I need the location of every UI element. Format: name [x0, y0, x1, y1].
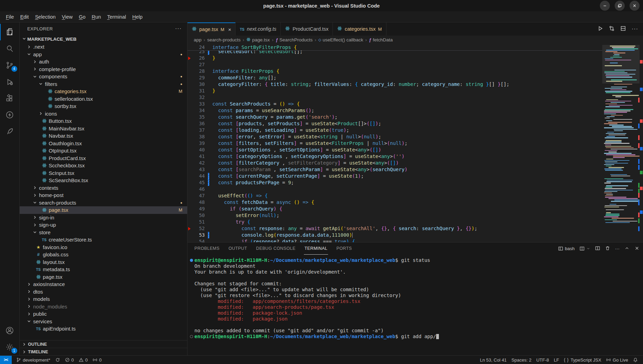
status-eol[interactable]: LF	[551, 357, 562, 363]
close-panel-icon[interactable]	[634, 246, 640, 252]
status-cursor-position[interactable]: Ln 53, Col 41	[478, 357, 509, 363]
section-outline[interactable]: OUTLINE	[20, 340, 187, 348]
tree-file-Button.tsx[interactable]: Button.tsx	[20, 117, 187, 125]
panel-tab-debug-console[interactable]: DEBUG CONSOLE	[255, 243, 296, 255]
tab-page.tsx[interactable]: page.tsxM×	[188, 22, 236, 36]
tree-file-metadata.ts[interactable]: TSmetadata.ts	[20, 266, 187, 273]
status-warnings[interactable]: 0	[76, 356, 90, 364]
status-encoding[interactable]: UTF-8	[534, 357, 551, 363]
explorer-icon[interactable]	[0, 24, 20, 40]
tab-next.config.ts[interactable]: TSnext.config.ts	[236, 22, 281, 36]
tree-folder-dtos[interactable]: dtos	[20, 288, 187, 296]
run-debug-icon[interactable]	[0, 73, 20, 90]
menu-item-run[interactable]: Run	[89, 13, 104, 21]
status-go-live[interactable]: Go Live	[604, 357, 631, 363]
tree-file-globals.css[interactable]: #globals.css	[20, 251, 187, 258]
breadcrumb-item-2[interactable]: search-products	[207, 37, 241, 42]
remote-indicator[interactable]: ><	[0, 356, 12, 364]
explorer-more-icon[interactable]: ···	[175, 26, 182, 32]
account-icon[interactable]	[0, 322, 20, 339]
tree-folder-auth[interactable]: auth	[20, 58, 187, 66]
terminal[interactable]: enspirit@enspirit-H110M-H:~/Documents/ma…	[188, 255, 643, 355]
quill-icon[interactable]	[0, 123, 20, 140]
tree-folder-app[interactable]: app●	[20, 51, 187, 58]
thunder-client-icon[interactable]	[0, 107, 20, 123]
breadcrumb-item-1[interactable]: app	[194, 37, 202, 42]
tree-file-ScInput.tsx[interactable]: ScInput.tsx	[20, 169, 187, 177]
tree-folder-icons[interactable]: icons	[20, 110, 187, 118]
breadcrumb-item-5[interactable]: ◇useEffect() callback	[318, 37, 363, 42]
tree-folder-sign-in[interactable]: sign-in	[20, 214, 187, 222]
status-sync[interactable]	[53, 356, 63, 364]
menu-item-view[interactable]: View	[59, 13, 76, 21]
tree-file-favicon.ico[interactable]: ★favicon.ico	[20, 244, 187, 251]
terminal-shell-chip[interactable]: bash	[558, 246, 575, 251]
tree-file-ProductCard.tsx[interactable]: ProductCard.tsx	[20, 155, 187, 162]
tree-folder-services[interactable]: services	[20, 318, 187, 325]
panel-tab-output[interactable]: OUTPUT	[228, 243, 248, 255]
tree-file-layout.tsx[interactable]: layout.tsx	[20, 258, 187, 266]
status-notifications[interactable]	[631, 357, 640, 362]
workspace-section-header[interactable]: MARKETPLACE_WEB	[20, 35, 187, 43]
tree-folder-sign-up[interactable]: sign-up	[20, 221, 187, 229]
extensions-icon[interactable]	[0, 90, 20, 107]
more-actions-icon[interactable]: ···	[632, 26, 638, 32]
minimize-icon[interactable]	[600, 1, 610, 11]
tree-file-apiEndpoint.ts[interactable]: TSapiEndpoint.ts	[20, 325, 187, 333]
settings-icon[interactable]: 1	[0, 339, 20, 355]
status-errors[interactable]: 0	[63, 356, 76, 364]
tree-folder-search-products[interactable]: search-products●	[20, 199, 187, 207]
status-ports[interactable]: 0	[90, 356, 104, 364]
status-indentation[interactable]: Spaces: 2	[509, 357, 534, 363]
tree-folder-.next[interactable]: .next	[20, 43, 187, 51]
overview-ruler[interactable]	[640, 44, 643, 242]
tree-file-sortby.tsx[interactable]: sortby.tsx	[20, 102, 187, 110]
kill-terminal-icon[interactable]	[605, 246, 610, 252]
tab-categories.tsx[interactable]: categories.tsxM	[333, 22, 386, 36]
breadcrumb-item-6[interactable]: ƒfetchData	[369, 37, 393, 42]
tree-folder-filters[interactable]: filters●	[20, 80, 187, 88]
tree-folder-public[interactable]: public	[20, 310, 187, 318]
tree-file-MainNavbar.tsx[interactable]: MainNavbar.tsx	[20, 125, 187, 132]
tree-file-Oauthlogin.tsx[interactable]: Oauthlogin.tsx	[20, 140, 187, 147]
menu-item-help[interactable]: Help	[129, 13, 146, 21]
breadcrumb-item-3[interactable]: page.tsx	[246, 37, 270, 43]
run-icon[interactable]	[597, 26, 603, 33]
code-area[interactable]: 24interface SortByFilterProps {25 select…	[188, 44, 602, 242]
command-decoration-icon[interactable]	[190, 259, 193, 262]
launch-profile-icon[interactable]	[579, 246, 590, 251]
panel-more-icon[interactable]: ···	[615, 246, 620, 251]
breadcrumb-item-4[interactable]: ƒSearchProducts	[276, 37, 313, 42]
tree-folder-contexts[interactable]: contexts	[20, 184, 187, 192]
menu-item-go[interactable]: Go	[76, 13, 88, 21]
tree-folder-models[interactable]: models	[20, 295, 187, 303]
tree-folder-axiosInstance[interactable]: axiosInstance	[20, 281, 187, 288]
close-icon[interactable]	[630, 1, 640, 11]
menu-item-file[interactable]: File	[3, 13, 17, 21]
tree-folder-node_modules[interactable]: node_modules	[20, 303, 187, 311]
tree-file-OtpInput.tsx[interactable]: OtpInput.tsx	[20, 147, 187, 155]
tree-folder-store[interactable]: store	[20, 229, 187, 236]
menu-item-edit[interactable]: Edit	[17, 13, 32, 21]
git-compare-icon[interactable]	[609, 26, 615, 33]
command-decoration-icon[interactable]	[190, 335, 193, 338]
tab-ProductCard.tsx[interactable]: ProductCard.tsx	[281, 22, 333, 36]
tree-folder-home-post[interactable]: home-post	[20, 191, 187, 199]
tree-file-sellerlocation.tsx[interactable]: sellerlocation.tsx	[20, 95, 187, 103]
tree-folder-complete-profile[interactable]: complete-profile	[20, 66, 187, 73]
panel-tab-terminal[interactable]: TERMINAL	[304, 243, 328, 255]
tree-file-Navbar.tsx[interactable]: Navbar.tsx	[20, 132, 187, 140]
source-control-icon[interactable]: 4	[0, 57, 20, 73]
restore-icon[interactable]	[615, 1, 625, 11]
panel-tab-problems[interactable]: PROBLEMS	[194, 243, 220, 255]
tab-close-icon[interactable]: ×	[228, 27, 231, 32]
tree-file-page.tsx[interactable]: page.tsx	[20, 273, 187, 281]
section-timeline[interactable]: TIMELINE	[20, 348, 187, 355]
menu-item-terminal[interactable]: Terminal	[104, 13, 129, 21]
maximize-panel-icon[interactable]	[624, 246, 630, 252]
tree-file-categories.tsx[interactable]: categories.tsxM	[20, 88, 187, 95]
status-branch[interactable]: development*	[14, 356, 53, 364]
status-language-mode[interactable]: { }TypeScript JSX	[562, 357, 604, 363]
split-terminal-icon[interactable]	[595, 246, 600, 252]
panel-tab-ports[interactable]: PORTS	[336, 243, 353, 255]
